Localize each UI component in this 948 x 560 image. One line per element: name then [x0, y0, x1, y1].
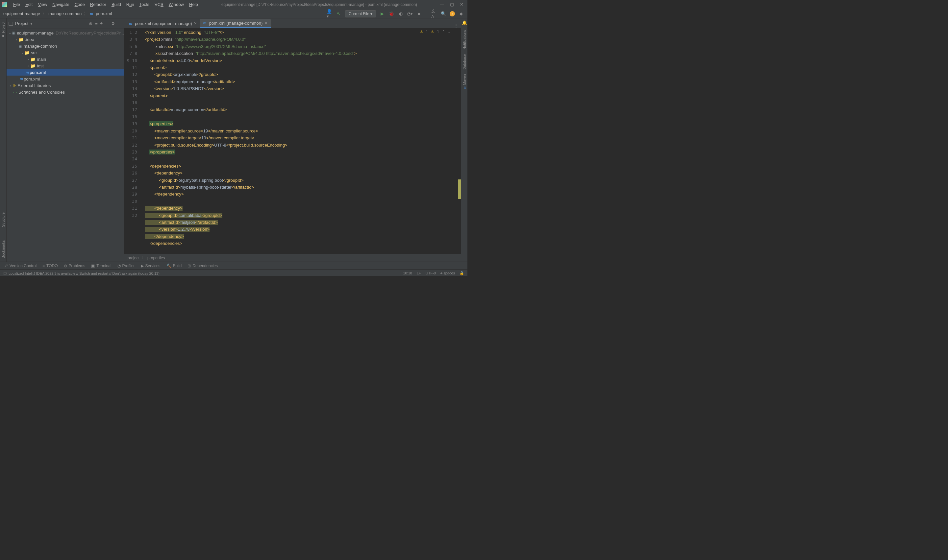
collapse-icon[interactable]: ÷: [100, 21, 103, 26]
status-indent[interactable]: 4 spaces: [440, 271, 455, 275]
fold-gutter[interactable]: [140, 28, 144, 254]
warning-icon: ⚠: [420, 29, 423, 34]
tool-problems[interactable]: ⊘Problems: [64, 263, 85, 268]
tool-database[interactable]: Database: [463, 54, 466, 70]
bell-icon[interactable]: 🔔: [462, 20, 467, 25]
select-open-icon[interactable]: ⊕: [89, 21, 93, 26]
dropdown-icon[interactable]: ▾: [30, 21, 32, 26]
prev-icon[interactable]: ⌃: [442, 29, 445, 34]
scrollbar[interactable]: [457, 28, 461, 254]
bc-part-3[interactable]: pom.xml: [96, 11, 112, 16]
maximize-icon[interactable]: ▢: [450, 2, 454, 7]
coverage-icon[interactable]: ◐: [398, 11, 404, 17]
menu-window[interactable]: Window: [166, 2, 187, 7]
tree-manage-common[interactable]: ⌄ ▣ manage-common: [6, 43, 124, 49]
chevron-down-icon[interactable]: ⌄: [14, 45, 19, 48]
tab-pom-equipment[interactable]: m pom.xml (equipment-manage) ×: [126, 19, 200, 28]
bottom-tool-bar: ⎇Version Control ≡TODO ⊘Problems ▣Termin…: [0, 262, 468, 269]
menu-refactor[interactable]: Refactor: [88, 2, 109, 7]
hide-icon[interactable]: —: [118, 21, 122, 26]
expand-icon[interactable]: ≡: [95, 21, 98, 26]
tree-pom2[interactable]: m pom.xml: [6, 75, 124, 82]
editor-body[interactable]: ⚠1 ⚠1 ⌃⌄ 1 2 3 4 5 6 7 8 9 10 11 12 13 1…: [124, 28, 461, 254]
status-msg[interactable]: Localized IntelliJ IDEA 2022.3 is availa…: [9, 271, 159, 275]
lock-icon[interactable]: 🔒: [460, 271, 464, 275]
inspection-widget[interactable]: ⚠1 ⚠1 ⌃⌄: [420, 29, 451, 34]
tool-dependencies[interactable]: ⊞Dependencies: [187, 263, 218, 268]
status-enc[interactable]: UTF-8: [426, 271, 436, 275]
translate-icon[interactable]: 文A: [431, 11, 437, 17]
tool-bookmarks[interactable]: Bookmarks: [1, 240, 5, 258]
chevron-right-icon[interactable]: ›: [14, 38, 19, 42]
tree-src[interactable]: ⌄ 📁 src: [6, 49, 124, 56]
back-icon[interactable]: ↖: [336, 11, 342, 17]
tool-project[interactable]: ■Project: [1, 22, 5, 38]
tool-terminal[interactable]: ▣Terminal: [91, 263, 111, 268]
chevron-right-icon[interactable]: ›: [9, 84, 12, 88]
chevron-down-icon[interactable]: ⌄: [20, 51, 24, 55]
menu-help[interactable]: Help: [187, 2, 201, 7]
menu-file[interactable]: File: [11, 2, 23, 7]
close-tab-icon[interactable]: ×: [194, 21, 197, 26]
gutter[interactable]: 1 2 3 4 5 6 7 8 9 10 11 12 13 14 15 16 1…: [124, 28, 140, 254]
services-icon: ▶: [141, 263, 144, 268]
profile-icon[interactable]: ◔▾: [407, 11, 413, 17]
menu-navigate[interactable]: Navigate: [50, 2, 72, 7]
menu-view[interactable]: View: [35, 2, 50, 7]
tool-notifications[interactable]: Notifications: [463, 30, 466, 50]
tab-pom-common[interactable]: m pom.xml (manage-common) ×: [200, 19, 271, 28]
tree-scratches[interactable]: ▭ Scratches and Consoles: [6, 89, 124, 95]
sidebar-title[interactable]: Project: [15, 21, 28, 26]
deps-icon: ⊞: [187, 263, 191, 268]
code-area[interactable]: <?xml version="1.0" encoding="UTF-8"?> <…: [144, 28, 461, 254]
close-tab-icon[interactable]: ×: [264, 20, 267, 26]
chevron-right-icon[interactable]: ›: [26, 64, 30, 68]
tree-idea[interactable]: › 📁 .idea: [6, 36, 124, 43]
menu-tools[interactable]: Tools: [137, 2, 152, 7]
tabs-menu-icon[interactable]: ⋮: [451, 23, 461, 28]
tool-build[interactable]: 🔨Build: [167, 263, 182, 268]
close-icon[interactable]: ✕: [460, 2, 463, 7]
menu-run[interactable]: Run: [124, 2, 137, 7]
chevron-down-icon[interactable]: ⌄: [9, 31, 11, 35]
next-icon[interactable]: ⌄: [448, 29, 451, 34]
stop-icon[interactable]: ■: [416, 11, 422, 17]
menu-code[interactable]: Code: [72, 2, 88, 7]
tool-todo[interactable]: ≡TODO: [42, 263, 57, 268]
ebc-1[interactable]: project: [128, 256, 139, 260]
tree-root[interactable]: ⌄ ▣ equipment-manage D:\YhcResource\myPr…: [6, 29, 124, 36]
run-config-select[interactable]: Current File ▾: [345, 10, 376, 17]
left-tool-strip: ■Project Structure Bookmarks: [0, 18, 6, 262]
svg-rect-0: [9, 22, 13, 25]
run-icon[interactable]: ▶: [379, 11, 385, 17]
bc-part-1[interactable]: equipment-manage: [3, 11, 40, 16]
nav-tools: 👤▾ ↖ Current File ▾ ▶ 🐞 ◐ ◔▾ ■ 文A 🔍 ↑ ◆: [327, 10, 464, 17]
bc-part-2[interactable]: manage-common: [48, 11, 82, 16]
tree-pom1[interactable]: m pom.xml: [6, 69, 124, 75]
tree-main[interactable]: › 📁 main: [6, 56, 124, 62]
tree-test[interactable]: › 📁 test: [6, 62, 124, 69]
project-tree: ⌄ ▣ equipment-manage D:\YhcResource\myPr…: [6, 29, 124, 262]
tool-structure[interactable]: Structure: [1, 212, 5, 227]
user-add-icon[interactable]: 👤▾: [327, 11, 333, 17]
ebc-2[interactable]: properties: [147, 256, 165, 260]
update-icon[interactable]: ↑: [450, 11, 455, 17]
tool-maven[interactable]: mMaven: [462, 74, 467, 89]
navigation-bar: equipment-manage 〉 manage-common 〉 m pom…: [0, 9, 468, 18]
tool-vcs[interactable]: ⎇Version Control: [3, 263, 37, 268]
menu-build[interactable]: Build: [109, 2, 124, 7]
debug-icon[interactable]: 🐞: [389, 11, 394, 17]
chevron-right-icon[interactable]: ›: [26, 57, 30, 61]
settings-icon[interactable]: ⚙: [111, 21, 115, 26]
status-pos[interactable]: 18:18: [403, 271, 412, 275]
tool-profiler[interactable]: ◔Profiler: [117, 263, 135, 268]
minimize-icon[interactable]: —: [440, 2, 444, 7]
menu-vcs[interactable]: VCS: [152, 2, 166, 7]
status-lf[interactable]: LF: [417, 271, 421, 275]
tree-external-libs[interactable]: › ⊪ External Libraries: [6, 82, 124, 89]
jetbrains-icon[interactable]: ◆: [458, 11, 464, 17]
menu-edit[interactable]: Edit: [23, 2, 35, 7]
tool-services[interactable]: ▶Services: [141, 263, 161, 268]
right-tool-strip: 🔔 Notifications Database mMaven: [461, 18, 468, 262]
search-icon[interactable]: 🔍: [440, 11, 446, 17]
